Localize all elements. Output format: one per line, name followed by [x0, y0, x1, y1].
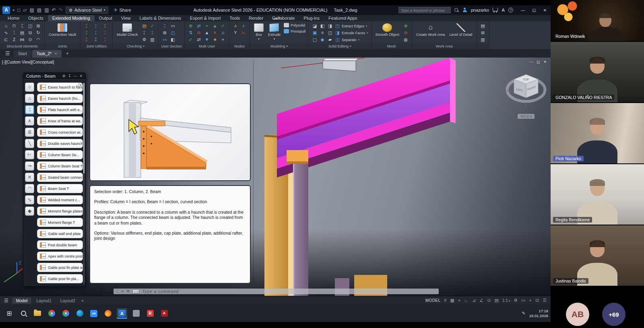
level-of-detail-button[interactable]: Level of Detail — [448, 23, 473, 37]
statusbar-toggle-icon[interactable]: + — [458, 298, 460, 303]
ribbon-tool-icon[interactable]: ⋋ — [240, 30, 247, 36]
joint-list-item[interactable]: Gable post fin plate wi... — [37, 263, 83, 272]
statusbar-menu-icon[interactable]: ☰ — [0, 298, 12, 303]
redo-icon[interactable]: ↷ — [59, 7, 63, 13]
search-icon[interactable] — [454, 8, 459, 12]
file-explorer-button[interactable] — [32, 308, 43, 319]
new-tab-button[interactable]: + — [62, 51, 72, 58]
taskbar-search-button[interactable] — [18, 308, 29, 319]
viewport-minimize-icon[interactable]: — — [529, 60, 533, 64]
ribbon-tool-icon[interactable]: ⌶ — [141, 30, 147, 36]
statusbar-toggle-icon[interactable]: ⊿ — [472, 298, 476, 303]
ribbon-tool-icon[interactable]: ⊕ — [188, 23, 194, 29]
ribbon-tab[interactable]: Home — [3, 15, 24, 21]
ribbon-tool-icon[interactable]: ◫ — [327, 30, 333, 36]
ribbon-tool-icon[interactable]: ⊞ — [161, 30, 168, 36]
joint-list-item[interactable]: Plate haunch with e... — [37, 105, 83, 114]
statusbar-toggle-icon[interactable]: ⚙ — [514, 298, 518, 303]
restore-button[interactable]: ◱ — [532, 8, 536, 12]
ribbon-tool-icon[interactable]: ◧ — [319, 23, 326, 29]
statusbar-toggle-icon[interactable]: ▦ — [450, 298, 454, 303]
add-layout-button[interactable]: + — [79, 298, 86, 303]
palette-category-icon[interactable]: ◆ — [25, 206, 34, 216]
extrude-button[interactable]: Extrude▾ — [267, 23, 282, 41]
create-work-area-button[interactable]: ⌂ Create Work Area — [415, 23, 446, 37]
model-check-button[interactable]: Model Check — [116, 23, 139, 37]
gray-end-plate[interactable] — [323, 58, 358, 71]
ribbon-tab[interactable]: Extended Modeling — [48, 15, 95, 21]
ribbon-tool-icon[interactable]: ⊟ — [27, 30, 33, 36]
statusbar-toggle-icon[interactable]: ⊡ — [535, 298, 539, 303]
panel-resize-grip[interactable]: ⋰ — [246, 281, 250, 286]
purple-column[interactable] — [293, 159, 308, 296]
joint-list-item[interactable]: Double eaves haunch... — [37, 139, 83, 148]
statusbar-toggle-icon[interactable]: ☰ — [543, 298, 547, 303]
user-avatar-icon[interactable] — [462, 8, 467, 12]
command-prompt-icon[interactable]: >_ ▾ — [132, 289, 139, 293]
joint-list-item[interactable]: Gable post fin pla... — [37, 274, 83, 283]
ribbon-tab[interactable]: Output — [95, 15, 117, 21]
ribbon-tool-icon[interactable]: ▤ — [141, 23, 147, 29]
ribbon-tool-icon[interactable]: ✓ — [220, 23, 226, 29]
share-button[interactable]: ✈ Share — [114, 7, 131, 13]
palette-category-icon[interactable]: ✕ — [25, 173, 34, 182]
ribbon-tool-icon[interactable]: ▭ — [169, 23, 176, 29]
ribbon-tool-icon[interactable]: ◧ — [169, 37, 176, 43]
ribbon-tool-icon[interactable]: ⌶ — [102, 37, 108, 43]
app-menu-dropdown-icon[interactable]: ▾ — [13, 8, 14, 12]
ribbon-tool-icon[interactable]: ⊕ — [402, 23, 409, 29]
chrome-profile2-button[interactable] — [60, 308, 71, 319]
command-close-icon[interactable]: ✕ — [121, 290, 124, 293]
save-icon[interactable]: ▤ — [30, 7, 34, 13]
ribbon-tool-icon[interactable]: ⌂ — [220, 30, 226, 36]
workspace-switcher[interactable]: ⚙ Advance Steel ▾ — [66, 6, 109, 14]
view-cube[interactable]: W S TOP LEFT FRONT — [505, 69, 547, 109]
start-button[interactable]: ⊞ — [4, 308, 14, 319]
participant-video-tile[interactable]: Roman Wdowik — [551, 0, 644, 41]
ribbon-tool-icon[interactable]: ▲ — [212, 23, 218, 29]
joint-list-item[interactable]: Seated beam connection — [37, 173, 83, 182]
ribbon-tool-icon[interactable]: ⌶ — [11, 30, 17, 36]
layout-tab[interactable]: Layout1 — [33, 297, 55, 304]
ribbon-tool-icon[interactable]: ◪ — [312, 23, 318, 29]
app-store-cart-icon[interactable] — [493, 8, 498, 11]
model-space-toggle[interactable]: MODEL — [425, 298, 441, 303]
app-logo-icon[interactable]: A — [2, 6, 10, 14]
edge-button[interactable] — [74, 308, 85, 319]
ribbon-tool-icon[interactable]: ▢ — [312, 37, 318, 43]
palette-pin-icon[interactable]: ↧ — [68, 74, 71, 78]
extrude-faces-button[interactable]: ◨Extrude Faces — [335, 30, 368, 36]
statusbar-toggle-icon[interactable]: ⊙ — [487, 298, 491, 303]
ribbon-tool-icon[interactable]: Y — [232, 30, 239, 36]
layout-tab[interactable]: Layout2 — [57, 297, 79, 304]
viewport-controls-label[interactable]: [-][Custom View][Conceptual] — [2, 60, 54, 64]
joint-list-item[interactable]: Gable wall end plate — [37, 229, 83, 238]
palette-category-icon[interactable]: ◠ — [25, 184, 34, 193]
tab-close-icon[interactable]: ✕ — [54, 52, 57, 56]
ribbon-tool-icon[interactable]: ⇄ — [196, 37, 202, 43]
model-viewport[interactable]: [-][Custom View][Conceptual] — ◱ ✕ W S T… — [0, 58, 551, 296]
ribbon-tool-icon[interactable]: ⇅ — [188, 30, 194, 36]
wcs-selector[interactable]: WCS ▾ — [518, 114, 535, 119]
ribbon-tool-icon[interactable]: ⊖ — [196, 30, 202, 36]
joint-list-item[interactable]: Column Beam Se... — [37, 150, 83, 159]
help-search-input[interactable]: Type a keyword or phrase — [398, 7, 451, 13]
ribbon-tab[interactable]: Plug-ins — [299, 15, 324, 21]
ribbon-tab[interactable]: Render — [244, 15, 268, 21]
ribbon-tool-icon[interactable]: Z — [11, 37, 17, 43]
ribbon-tool-icon[interactable]: ✓ — [149, 23, 155, 29]
ribbon-tool-icon[interactable]: ⌶ — [102, 23, 108, 29]
ribbon-tool-icon[interactable]: ✕ — [212, 30, 218, 36]
connection-vault-button[interactable]: Connection Vault — [47, 23, 77, 37]
statusbar-toggle-icon[interactable]: ∠ — [479, 298, 483, 303]
ribbon-tool-icon[interactable]: ⇄ — [196, 23, 202, 29]
ribbon-tool-icon[interactable]: ✓ — [188, 37, 194, 43]
ribbon-display-toggle-icon[interactable]: ▬ ▾ — [274, 16, 280, 20]
ribbon-tab[interactable]: Export & Import — [186, 15, 225, 21]
joint-list-item[interactable]: Moment flange plates — [37, 206, 83, 216]
ribbon-tool-icon[interactable]: ⊙ — [27, 37, 33, 43]
joint-list-item[interactable]: Welded moment c... — [37, 195, 83, 204]
participant-video-tile[interactable]: Piotr Nazarko — [551, 103, 644, 163]
joint-list-item[interactable]: Moment flange T — [37, 218, 83, 227]
minimize-button[interactable]: — — [521, 8, 525, 12]
